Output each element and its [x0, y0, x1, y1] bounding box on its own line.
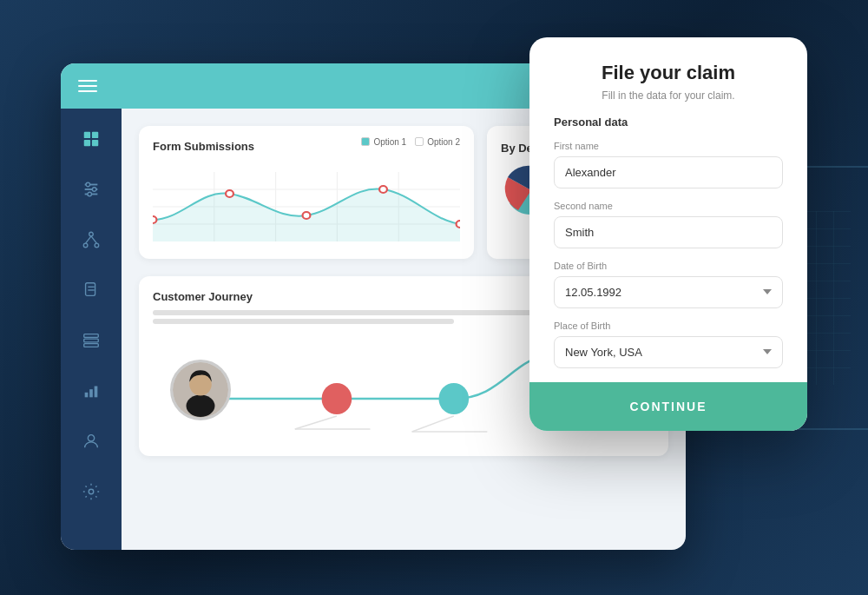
wave-chart-svg: [153, 172, 460, 241]
legend-dot-inactive: [415, 137, 424, 146]
sidebar-item-filters[interactable]: [78, 176, 104, 202]
svg-point-10: [88, 192, 92, 196]
form-submissions-title: Form Submissions: [153, 140, 254, 153]
pob-group: Place of Birth New York, USA Los Angeles…: [554, 321, 783, 368]
pob-label: Place of Birth: [554, 321, 783, 331]
sidebar-item-dashboard[interactable]: [78, 126, 104, 152]
svg-point-36: [303, 212, 311, 219]
avatar: [170, 360, 231, 420]
sidebar-item-connections[interactable]: [78, 227, 104, 253]
claim-card: File your claim Fill in the data for you…: [529, 37, 807, 431]
sidebar-item-settings[interactable]: [78, 479, 104, 505]
chart-legend: Option 1 Option 2: [361, 137, 460, 147]
claim-header: File your claim Fill in the data for you…: [529, 37, 807, 116]
sidebar-item-user[interactable]: [78, 428, 104, 454]
first-name-label: First name: [554, 141, 783, 151]
svg-rect-19: [84, 334, 99, 337]
legend-label-1: Option 1: [373, 137, 406, 147]
svg-rect-4: [92, 139, 98, 145]
dob-select[interactable]: 12.05.1992 01.01.1990 15.03.1985: [554, 276, 783, 308]
first-name-input[interactable]: [554, 156, 783, 188]
hamburger-menu[interactable]: [78, 80, 97, 92]
svg-rect-16: [86, 282, 95, 295]
legend-item-2: Option 2: [415, 137, 460, 147]
svg-point-35: [226, 190, 233, 197]
svg-rect-24: [95, 386, 98, 397]
svg-rect-22: [85, 392, 89, 397]
continue-button[interactable]: CONTINUE: [529, 382, 807, 431]
claim-subtitle: Fill in the data for your claim.: [554, 89, 783, 102]
legend-item-1: Option 1: [361, 137, 406, 147]
legend-dot-active: [361, 137, 370, 146]
dob-group: Date of Birth 12.05.1992 01.01.1990 15.0…: [554, 261, 783, 308]
second-name-label: Second name: [554, 201, 783, 211]
svg-point-41: [187, 394, 215, 417]
svg-point-37: [379, 186, 387, 193]
first-name-group: First name: [554, 141, 783, 188]
second-name-input[interactable]: [554, 216, 783, 248]
svg-rect-1: [84, 131, 90, 137]
svg-point-12: [83, 243, 88, 248]
svg-point-48: [438, 383, 469, 414]
claim-title: File your claim: [554, 62, 783, 84]
svg-point-9: [92, 187, 96, 191]
svg-rect-21: [84, 343, 99, 347]
dob-label: Date of Birth: [554, 261, 783, 271]
sidebar: [61, 109, 122, 550]
sidebar-item-documents[interactable]: [78, 277, 104, 303]
line-placeholder-2: [153, 319, 454, 324]
svg-rect-20: [84, 339, 99, 342]
dashboard-wrapper: Form Submissions Option 1 Option 2: [61, 37, 807, 559]
svg-point-34: [153, 216, 156, 223]
claim-body: Personal data First name Second name Dat…: [529, 116, 807, 368]
form-submissions-card: Form Submissions Option 1 Option 2: [139, 126, 474, 259]
svg-line-49: [412, 416, 454, 432]
svg-point-45: [322, 383, 352, 414]
svg-point-26: [89, 489, 94, 494]
svg-rect-2: [92, 131, 98, 137]
svg-line-14: [86, 235, 91, 242]
svg-rect-3: [84, 139, 90, 145]
svg-point-38: [457, 221, 460, 228]
sidebar-item-chart[interactable]: [78, 378, 104, 404]
pob-select[interactable]: New York, USA Los Angeles, USA Chicago, …: [554, 336, 783, 368]
legend-label-2: Option 2: [427, 137, 460, 147]
svg-point-11: [89, 232, 94, 236]
personal-data-label: Personal data: [554, 116, 783, 129]
svg-line-15: [91, 235, 96, 242]
svg-point-8: [86, 182, 90, 187]
svg-rect-23: [89, 389, 93, 397]
svg-line-46: [295, 416, 337, 429]
svg-point-13: [95, 243, 99, 248]
sidebar-item-list[interactable]: [78, 327, 104, 354]
second-name-group: Second name: [554, 201, 783, 248]
svg-point-25: [88, 434, 94, 440]
